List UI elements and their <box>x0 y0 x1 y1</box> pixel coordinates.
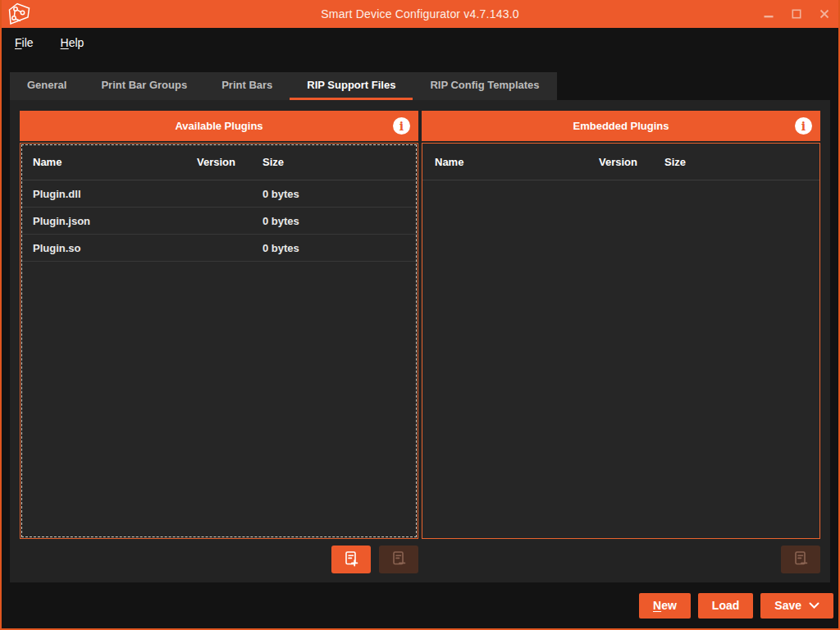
cell-size: 0 bytes <box>262 242 405 254</box>
column-version: Version <box>599 156 664 168</box>
add-plugin-button[interactable] <box>331 546 371 573</box>
panel-actions-row <box>20 546 820 573</box>
menu-bar: File Help <box>2 28 838 57</box>
cell-name: Plugin.json <box>33 215 197 227</box>
table-header-row: Name Version Size <box>21 144 418 180</box>
footer-bar: New Load Save <box>2 582 838 628</box>
column-size: Size <box>262 156 405 168</box>
titlebar: Smart Device Configurator v4.7.143.0 <box>2 0 838 28</box>
tab-rip-config-templates[interactable]: RIP Config Templates <box>413 72 556 100</box>
plugin-panels: Available Plugins i Name Version Size Pl… <box>20 111 820 539</box>
info-icon[interactable]: i <box>393 117 410 135</box>
tab-rip-support-files[interactable]: RIP Support Files <box>290 72 413 100</box>
table-row[interactable]: Plugin.dll 0 bytes <box>21 180 418 208</box>
table-row[interactable]: Plugin.json 0 bytes <box>21 208 418 235</box>
tab-strip: General Print Bar Groups Print Bars RIP … <box>10 72 557 100</box>
cell-name: Plugin.dll <box>33 188 197 200</box>
file-minus-icon <box>792 550 810 570</box>
menu-file[interactable]: File <box>15 36 34 49</box>
chevron-down-icon <box>809 599 819 612</box>
app-window: Smart Device Configurator v4.7.143.0 Fil… <box>0 0 840 630</box>
info-icon[interactable]: i <box>795 117 812 135</box>
window-title: Smart Device Configurator v4.7.143.0 <box>2 7 838 21</box>
embedded-plugins-table[interactable]: Name Version Size <box>422 143 820 539</box>
cell-size: 0 bytes <box>262 215 405 227</box>
tab-general[interactable]: General <box>10 72 84 100</box>
panel-title: Available Plugins <box>175 120 262 132</box>
tab-strip-wrap: General Print Bar Groups Print Bars RIP … <box>10 72 838 100</box>
load-button[interactable]: Load <box>698 593 753 619</box>
column-size: Size <box>664 156 807 168</box>
cell-name: Plugin.so <box>33 242 197 254</box>
available-plugins-actions <box>20 546 418 573</box>
embedded-plugins-header: Embedded Plugins i <box>422 111 820 141</box>
embedded-plugins-actions <box>422 546 820 573</box>
new-button[interactable]: New <box>639 593 691 619</box>
rip-support-files-page: Available Plugins i Name Version Size Pl… <box>10 100 830 582</box>
column-name: Name <box>33 156 197 168</box>
available-plugins-header: Available Plugins i <box>20 111 418 141</box>
save-button[interactable]: Save <box>760 593 833 619</box>
file-minus-icon <box>390 550 408 570</box>
column-name: Name <box>435 156 599 168</box>
available-plugins-panel: Available Plugins i Name Version Size Pl… <box>20 111 418 539</box>
remove-plugin-button[interactable] <box>379 546 418 573</box>
embedded-plugins-panel: Embedded Plugins i Name Version Size <box>422 111 820 539</box>
tab-print-bar-groups[interactable]: Print Bar Groups <box>84 72 204 100</box>
file-plus-icon <box>342 550 360 570</box>
available-plugins-table[interactable]: Name Version Size Plugin.dll 0 bytes Plu… <box>20 143 418 539</box>
menu-help[interactable]: Help <box>61 36 84 49</box>
column-version: Version <box>197 156 262 168</box>
table-header-row: Name Version Size <box>422 144 819 180</box>
cell-size: 0 bytes <box>262 188 405 200</box>
remove-embedded-plugin-button[interactable] <box>781 546 820 573</box>
table-row[interactable]: Plugin.so 0 bytes <box>21 235 418 262</box>
tab-print-bars[interactable]: Print Bars <box>204 72 290 100</box>
panel-title: Embedded Plugins <box>573 120 669 132</box>
